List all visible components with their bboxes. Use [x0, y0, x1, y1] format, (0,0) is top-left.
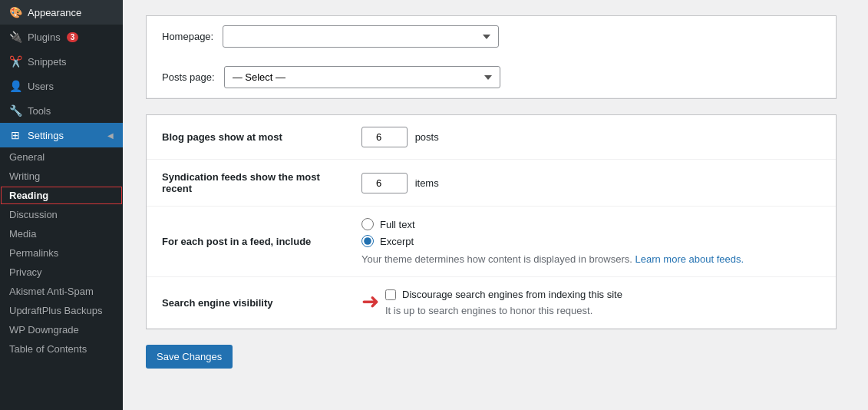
- blog-pages-label: Blog pages show at most: [147, 115, 346, 160]
- feed-full-text-option[interactable]: Full text: [361, 218, 820, 230]
- homepage-row: Homepage:: [147, 16, 836, 57]
- feed-excerpt-option[interactable]: Excerpt: [361, 235, 820, 247]
- arrow-icon: ➜: [361, 289, 379, 314]
- feed-full-text-label: Full text: [380, 219, 415, 230]
- visibility-checkbox-group: Discourage search engines from indexing …: [385, 289, 622, 316]
- submenu-privacy[interactable]: Privacy: [0, 263, 123, 282]
- form-table: Blog pages show at most posts Syndicatio…: [147, 115, 836, 329]
- visibility-checkbox[interactable]: [385, 289, 396, 300]
- plugins-badge: 3: [67, 32, 79, 42]
- sidebar-item-snippets[interactable]: ✂️ Snippets: [0, 49, 123, 74]
- visibility-checkbox-text: Discourage search engines from indexing …: [402, 289, 622, 300]
- sidebar-item-users[interactable]: 👤 Users: [0, 74, 123, 98]
- homepage-select[interactable]: [223, 25, 499, 48]
- sidebar-item-label: Appearance: [28, 7, 81, 18]
- sidebar-item-settings[interactable]: ⊞ Settings ◀: [0, 123, 123, 147]
- visibility-value: ➜ Discourage search engines from indexin…: [361, 289, 820, 316]
- submenu-discussion[interactable]: Discussion: [0, 205, 123, 224]
- sidebar-item-label: Plugins: [28, 31, 61, 43]
- submenu-toc[interactable]: Table of Contents: [0, 339, 123, 359]
- homepage-label: Homepage:: [162, 31, 213, 42]
- visibility-row: Search engine visibility ➜ Discourage se…: [147, 277, 836, 329]
- feed-learn-more-link[interactable]: Learn more about feeds.: [635, 253, 744, 265]
- visibility-checkbox-label[interactable]: Discourage search engines from indexing …: [385, 289, 622, 300]
- submenu-reading[interactable]: Reading: [0, 186, 123, 205]
- visibility-field: ➜ Discourage search engines from indexin…: [346, 277, 836, 329]
- sidebar-item-appearance[interactable]: 🎨 Appearance: [0, 0, 123, 25]
- blog-pages-row: Blog pages show at most posts: [147, 115, 836, 160]
- blog-pages-field: posts: [346, 115, 836, 160]
- posts-page-row: Posts page: — Select —: [147, 57, 836, 98]
- sidebar-item-label: Users: [28, 81, 54, 92]
- syndication-input[interactable]: [361, 173, 408, 193]
- syndication-label: Syndication feeds show the most recent: [147, 160, 346, 207]
- submenu-writing[interactable]: Writing: [0, 167, 123, 186]
- feed-excerpt-label: Excerpt: [380, 236, 414, 247]
- sidebar-item-tools[interactable]: 🔧 Tools: [0, 98, 123, 123]
- submenu-media[interactable]: Media: [0, 224, 123, 243]
- feed-label: For each post in a feed, include: [147, 207, 346, 277]
- plugins-icon: 🔌: [9, 31, 21, 43]
- feed-field: Full text Excerpt Your theme determines …: [346, 207, 836, 277]
- snippets-icon: ✂️: [9, 55, 21, 68]
- feed-info: Your theme determines how content is dis…: [361, 253, 820, 265]
- settings-form: Blog pages show at most posts Syndicatio…: [146, 114, 837, 329]
- feed-excerpt-radio[interactable]: [361, 235, 374, 247]
- page-select-section: Homepage: Posts page: — Select —: [146, 15, 837, 99]
- visibility-label: Search engine visibility: [147, 277, 346, 329]
- syndication-row: Syndication feeds show the most recent i…: [147, 160, 836, 207]
- posts-page-select[interactable]: — Select —: [224, 66, 500, 88]
- sidebar-item-label: Settings: [28, 130, 64, 141]
- sidebar-item-plugins[interactable]: 🔌 Plugins 3: [0, 25, 123, 49]
- users-icon: 👤: [9, 80, 21, 92]
- appearance-icon: 🎨: [9, 6, 21, 18]
- submenu-general[interactable]: General: [0, 147, 123, 167]
- sidebar: 🎨 Appearance 🔌 Plugins 3 ✂️ Snippets 👤 U…: [0, 0, 123, 410]
- feed-radio-group: Full text Excerpt: [361, 218, 820, 247]
- posts-page-label: Posts page:: [162, 71, 215, 83]
- feed-row: For each post in a feed, include Full te…: [147, 207, 836, 277]
- sidebar-item-label: Snippets: [28, 56, 67, 68]
- blog-pages-suffix: posts: [415, 131, 439, 143]
- blog-pages-input[interactable]: [361, 127, 408, 147]
- tools-icon: 🔧: [9, 104, 21, 117]
- feed-full-text-radio[interactable]: [361, 218, 374, 230]
- save-button[interactable]: Save Changes: [146, 345, 233, 369]
- submenu-permalinks[interactable]: Permalinks: [0, 243, 123, 263]
- submenu-updraftplus[interactable]: UpdraftPlus Backups: [0, 301, 123, 320]
- syndication-suffix: items: [415, 177, 439, 189]
- settings-icon: ⊞: [9, 129, 21, 141]
- collapse-icon: ◀: [107, 131, 114, 140]
- syndication-field: items: [346, 160, 836, 207]
- submenu-akismet[interactable]: Akismet Anti-Spam: [0, 282, 123, 301]
- submenu-wpdowngrade[interactable]: WP Downgrade: [0, 320, 123, 339]
- main-content: Homepage: Posts page: — Select — Blog pa…: [123, 0, 868, 410]
- visibility-info: It is up to search engines to honor this…: [385, 305, 622, 316]
- settings-submenu: General Writing Reading Discussion Media…: [0, 147, 123, 359]
- sidebar-item-label: Tools: [28, 105, 51, 117]
